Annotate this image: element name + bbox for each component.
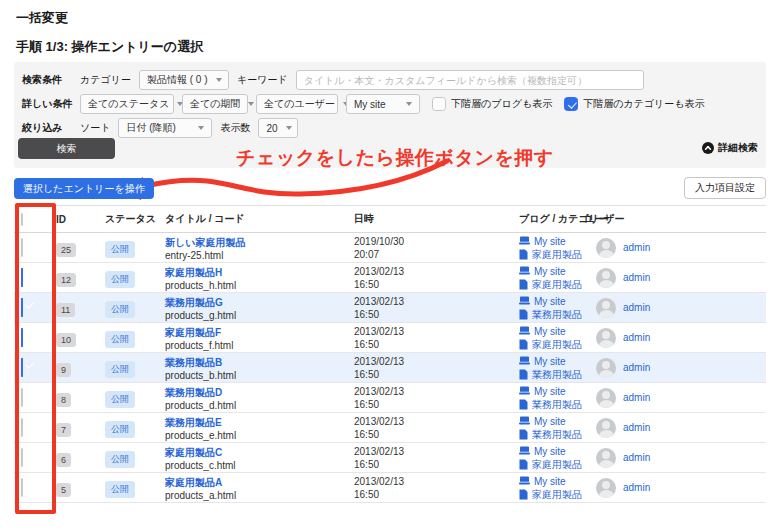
table-row: 11公開業務用製品Gproducts_g.html2013/02/1316:50… (14, 293, 766, 323)
sort-select[interactable]: 日付 (降順) (118, 118, 212, 138)
status-badge: 公開 (105, 451, 135, 468)
entry-date: 2013/02/13 (354, 445, 510, 458)
row-checkbox[interactable] (21, 358, 23, 377)
category-link[interactable]: 業務用製品 (532, 398, 582, 411)
entry-time: 20:07 (354, 248, 510, 261)
category-link[interactable]: 家庭用製品 (532, 338, 582, 351)
entry-title-link[interactable]: 業務用製品B (165, 357, 222, 368)
entry-title-link[interactable]: 家庭用製品F (165, 327, 221, 338)
entry-datetime: 2019/10/3020:07 (340, 235, 510, 261)
category-link[interactable]: 家庭用製品 (532, 278, 582, 291)
entry-title-link[interactable]: 家庭用製品C (165, 447, 222, 458)
select-all-checkbox[interactable] (21, 213, 23, 226)
category-link[interactable]: 家庭用製品 (532, 458, 582, 471)
status-select[interactable]: 全てのステータス (80, 94, 174, 114)
entry-datetime: 2013/02/1316:50 (340, 295, 510, 321)
blog-link[interactable]: My site (534, 265, 566, 278)
advanced-search-toggle[interactable]: 詳細検索 (702, 141, 758, 155)
search-button[interactable]: 検索 (18, 138, 115, 159)
row-checkbox[interactable] (21, 418, 23, 437)
entry-date: 2013/02/13 (354, 295, 510, 308)
user-select[interactable]: 全てのユーザー (256, 94, 338, 114)
blog-link[interactable]: My site (534, 445, 566, 458)
category-link[interactable]: 業務用製品 (532, 428, 582, 441)
user-link[interactable]: admin (623, 422, 650, 433)
period-select[interactable]: 全ての期間 (182, 94, 248, 114)
site-select[interactable]: My site (346, 94, 420, 114)
limit-select[interactable]: 20 (258, 118, 298, 138)
entry-time: 16:50 (354, 278, 510, 291)
entry-title-link[interactable]: 業務用製品D (165, 387, 222, 398)
user-link[interactable]: admin (623, 302, 650, 313)
category-icon (519, 489, 528, 500)
row-checkbox[interactable] (21, 238, 23, 257)
entry-date: 2013/02/13 (354, 415, 510, 428)
blog-link[interactable]: My site (534, 235, 566, 248)
chevron-down-icon (286, 126, 292, 130)
refine-label: 絞り込み (22, 121, 72, 135)
user-link[interactable]: admin (623, 392, 650, 403)
row-checkbox[interactable] (21, 268, 23, 287)
row-checkbox[interactable] (21, 478, 23, 497)
table-header-row: ID ステータス タイトル / コード 日時 ブログ / カテゴリー ユーザー (14, 206, 766, 233)
entry-datetime: 2013/02/1316:50 (340, 385, 510, 411)
status-badge: 公開 (105, 481, 135, 498)
entry-title-link[interactable]: 新しい家庭用製品 (165, 237, 245, 248)
search-conditions-label: 検索条件 (22, 73, 72, 87)
table-row: 7公開業務用製品Eproducts_e.html2013/02/1316:50M… (14, 413, 766, 443)
limit-select-value: 20 (266, 123, 277, 134)
site-icon (519, 356, 530, 366)
period-select-value: 全ての期間 (190, 97, 240, 111)
entry-code: products_a.html (165, 489, 340, 502)
blog-link[interactable]: My site (534, 385, 566, 398)
blog-link[interactable]: My site (534, 325, 566, 338)
entries-table: ID ステータス タイトル / コード 日時 ブログ / カテゴリー ユーザー … (14, 205, 766, 503)
category-icon (519, 429, 528, 440)
entry-id-badge: 7 (56, 423, 71, 437)
user-link[interactable]: admin (623, 332, 650, 343)
sort-label: ソート (80, 121, 110, 135)
category-icon (519, 249, 528, 260)
row-checkbox[interactable] (21, 298, 23, 317)
entry-date: 2013/02/13 (354, 385, 510, 398)
user-link[interactable]: admin (623, 272, 650, 283)
page-title: 一括変更 (16, 9, 68, 27)
entry-id-badge: 6 (56, 453, 71, 467)
blog-link[interactable]: My site (534, 475, 566, 488)
entry-title-link[interactable]: 業務用製品G (165, 297, 223, 308)
category-link[interactable]: 業務用製品 (532, 308, 582, 321)
annotation-text: チェックをしたら操作ボタンを押す (236, 145, 554, 171)
row-checkbox[interactable] (21, 448, 23, 467)
table-row: 6公開家庭用製品Cproducts_c.html2013/02/1316:50M… (14, 443, 766, 473)
blog-link[interactable]: My site (534, 415, 566, 428)
entry-time: 16:50 (354, 368, 510, 381)
entry-date: 2013/02/13 (354, 325, 510, 338)
keyword-input[interactable] (296, 70, 644, 90)
operate-selected-entries-button[interactable]: 選択したエントリーを操作 (14, 178, 154, 199)
child-blogs-checkbox[interactable] (432, 97, 446, 111)
header-id: ID (56, 214, 97, 225)
search-conditions-row: 検索条件 カテゴリー 製品情報 ( 0 ) キーワード (22, 68, 758, 92)
chevron-down-icon (248, 102, 254, 106)
blog-link[interactable]: My site (534, 355, 566, 368)
row-checkbox[interactable] (21, 328, 23, 347)
child-categories-checkbox[interactable] (564, 97, 578, 111)
entry-title-link[interactable]: 業務用製品E (165, 417, 222, 428)
refine-row: 絞り込み ソート 日付 (降順) 表示数 20 (22, 116, 758, 140)
user-link[interactable]: admin (623, 242, 650, 253)
table-row: 12公開家庭用製品Hproducts_h.html2013/02/1316:50… (14, 263, 766, 293)
category-select[interactable]: 製品情報 ( 0 ) (139, 70, 229, 90)
category-link[interactable]: 業務用製品 (532, 368, 582, 381)
entry-title-link[interactable]: 家庭用製品A (165, 477, 222, 488)
category-icon (519, 459, 528, 470)
row-checkbox[interactable] (21, 388, 23, 407)
blog-link[interactable]: My site (534, 295, 566, 308)
user-link[interactable]: admin (623, 452, 650, 463)
user-link[interactable]: admin (623, 362, 650, 373)
user-link[interactable]: admin (623, 482, 650, 493)
category-link[interactable]: 家庭用製品 (532, 248, 582, 261)
category-link[interactable]: 家庭用製品 (532, 488, 582, 501)
entry-time: 16:50 (354, 428, 510, 441)
entry-title-link[interactable]: 家庭用製品H (165, 267, 222, 278)
field-settings-button[interactable]: 入力項目設定 (684, 177, 766, 199)
